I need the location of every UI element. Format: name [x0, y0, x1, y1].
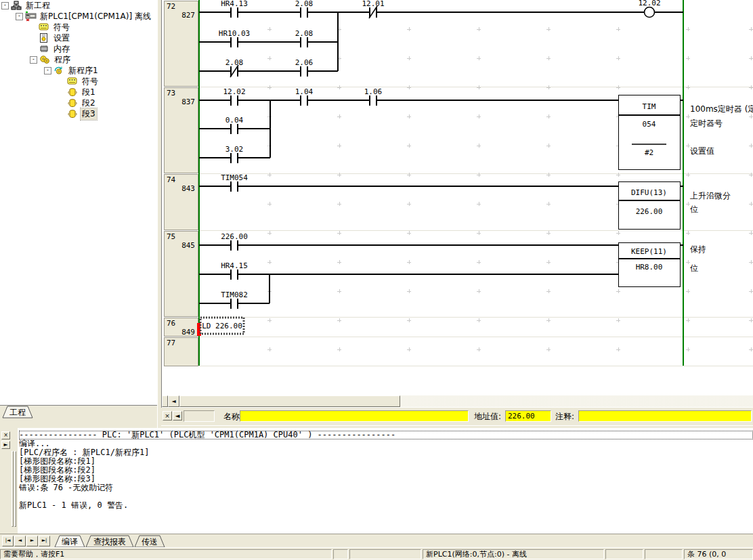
contact-HR4.15[interactable]: HR4.15 — [221, 261, 248, 280]
collapse-edit-bar-button[interactable]: ◄ — [173, 411, 182, 421]
operand-comment: 100ms定时器 (定时 — [690, 104, 753, 114]
symbols-icon — [39, 22, 51, 32]
dock-grip[interactable] — [12, 451, 14, 527]
output-line[interactable]: [梯形图段名称:段1] — [19, 457, 753, 466]
expand-output-button[interactable]: ► — [1, 441, 10, 449]
expander-minus-icon[interactable]: - — [30, 56, 37, 64]
last-tab-button[interactable]: ►| — [39, 536, 50, 546]
contact-label: 2.08 — [295, 29, 314, 38]
status-segment-pad2 — [349, 549, 421, 559]
block-operand: 226.00 — [636, 207, 663, 216]
output-line[interactable]: [PLC/程序名 : 新PLC1/新程序1] — [19, 448, 753, 457]
block-mnemonic: DIFU(13) — [631, 188, 667, 197]
operand-comment: 设置值 — [690, 146, 714, 156]
contact-12.01[interactable]: 12.01 — [362, 0, 384, 18]
tree-item-new-program1[interactable]: -新程序1 — [0, 65, 157, 76]
contact-1.04[interactable]: 1.04 — [295, 87, 314, 106]
contact-HR4.13[interactable]: HR4.13 — [221, 0, 248, 18]
tree-item-plc1[interactable]: -新PLC1[CPM1(CPM1A)] 离线 — [0, 11, 157, 22]
block-operand: #2 — [645, 148, 653, 157]
address-value-field[interactable]: 226.00 — [505, 410, 551, 422]
contact-1.06[interactable]: 1.06 — [364, 87, 383, 106]
contact-label: 1.06 — [364, 87, 383, 96]
contact-TIM054[interactable]: TIM054 — [221, 173, 248, 192]
expander-minus-icon[interactable]: - — [16, 13, 23, 20]
first-tab-button[interactable]: |◄ — [2, 536, 14, 546]
rung-margin-77[interactable]: 77 — [165, 338, 198, 366]
contact-2.08[interactable]: 2.08 — [295, 29, 314, 47]
contact-3.02[interactable]: 3.02 — [225, 145, 244, 163]
output-line[interactable]: [梯形图段名称:段3] — [19, 475, 753, 483]
tree-item-programs[interactable]: -程序 — [0, 54, 157, 65]
expander-minus-icon[interactable]: - — [44, 67, 51, 74]
contact-2.06[interactable]: 2.06 — [295, 58, 314, 77]
output-line[interactable]: 错误:条 76 -无效助记符 — [19, 483, 753, 492]
output-line[interactable] — [19, 492, 753, 501]
expander-minus-icon[interactable]: - — [1, 2, 9, 9]
comment-field[interactable] — [578, 410, 752, 422]
rung-step-address: 849 — [181, 328, 195, 337]
contact-0.04[interactable]: 0.04 — [225, 116, 244, 134]
contact-label: 2.08 — [225, 58, 244, 67]
program-icon — [39, 55, 51, 64]
contact-226.00[interactable]: 226.00 — [221, 232, 248, 251]
error-instruction[interactable]: LD 226.00 — [197, 318, 244, 336]
tree-item-label: 设置 — [52, 33, 71, 44]
tree-item-label: 程序 — [53, 54, 72, 66]
tab-find-report[interactable]: 查找报表 — [86, 536, 133, 547]
instruction-block-DIFU(13)[interactable]: DIFU(13)226.00 — [618, 182, 681, 230]
workspace-tab-row: 工程 — [0, 405, 157, 429]
contact-2.08[interactable]: 2.08 — [295, 0, 314, 18]
close-edit-bar-button[interactable]: × — [163, 411, 172, 421]
contact-HR10.03[interactable]: HR10.03 — [219, 29, 250, 47]
name-field[interactable] — [240, 410, 469, 422]
tree-item-label: 内存 — [52, 43, 71, 55]
scrollbar-grip[interactable] — [162, 395, 168, 407]
tree-item-section2[interactable]: 段2 — [0, 98, 157, 108]
contact-2.08[interactable]: 2.08 — [225, 58, 244, 77]
rung-margin-73[interactable]: 73837 — [165, 88, 198, 173]
output-line[interactable]: [梯形图段名称:段2] — [19, 466, 753, 475]
tab-project[interactable]: 工程 — [3, 406, 33, 418]
scroll-left-button[interactable]: ◄ — [168, 395, 179, 407]
edit-bar-inset — [184, 410, 215, 422]
tree-item-program-symbols[interactable]: 符号 — [0, 76, 157, 87]
tree-item-new-project[interactable]: -新工程 — [0, 0, 157, 11]
dock-grip[interactable] — [14, 451, 16, 527]
tree-item-symbols[interactable]: 符号 — [0, 22, 157, 33]
output-line[interactable]: ---------------- PLC: '新PLC1' (PLC机型 'CP… — [19, 431, 753, 439]
output-line[interactable]: 新PLC1 - 1 错误, 0 警告. — [19, 501, 753, 510]
contact-label: 2.08 — [295, 0, 314, 8]
horizontal-scrollbar: ◄ — [162, 395, 753, 407]
contact-TIM082[interactable]: TIM082 — [221, 290, 248, 309]
contact-label: 12.01 — [362, 0, 384, 8]
rung-margin-74[interactable]: 74843 — [165, 175, 198, 230]
tree-item-memory[interactable]: 内存 — [0, 43, 157, 54]
tree-item-section3[interactable]: 段3 — [0, 108, 157, 119]
rung-margin-72[interactable]: 72827 — [165, 1, 198, 87]
tab-transfer[interactable]: 传送 — [135, 536, 165, 547]
instruction-block-TIM[interactable]: TIM054#2 — [618, 95, 681, 170]
coil-12.02[interactable]: 12.02 — [638, 0, 660, 18]
rung-margin-76[interactable]: 76849 — [165, 318, 198, 337]
contact-12.02[interactable]: 12.02 — [223, 87, 245, 106]
tree-item-section1[interactable]: 段1 — [0, 87, 157, 98]
ladder-canvas: 728277383774843758457684977HR4.132.0812.… — [162, 0, 753, 395]
operand-comment: 定时器号 — [690, 119, 723, 128]
rung-margin-75[interactable]: 75845 — [165, 232, 198, 317]
tree-item-label: 段3 — [81, 108, 97, 120]
close-output-button[interactable]: × — [1, 431, 10, 439]
instruction-block-KEEP(11)[interactable]: KEEP(11)HR8.00 — [618, 243, 681, 287]
tree-item-settings[interactable]: 设置 — [0, 33, 157, 43]
tab-compile[interactable]: 编译 — [55, 536, 85, 547]
prev-tab-button[interactable]: ◄ — [14, 536, 26, 546]
project-workspace: -新工程-新PLC1[CPM1(CPM1A)] 离线符号设置内存-程序-新程序1… — [0, 0, 157, 405]
coil-circle — [645, 7, 655, 18]
next-tab-button[interactable]: ► — [26, 536, 38, 546]
operand-comment: 位 — [690, 263, 698, 273]
contact-label: 1.04 — [295, 87, 314, 96]
scrollbar-thumb[interactable] — [179, 395, 400, 407]
tab-label: 传送 — [142, 537, 158, 546]
tree-item-label: 符号 — [52, 22, 71, 33]
output-tab-row: |◄◄►►| 编译查找报表传送 — [0, 534, 753, 548]
